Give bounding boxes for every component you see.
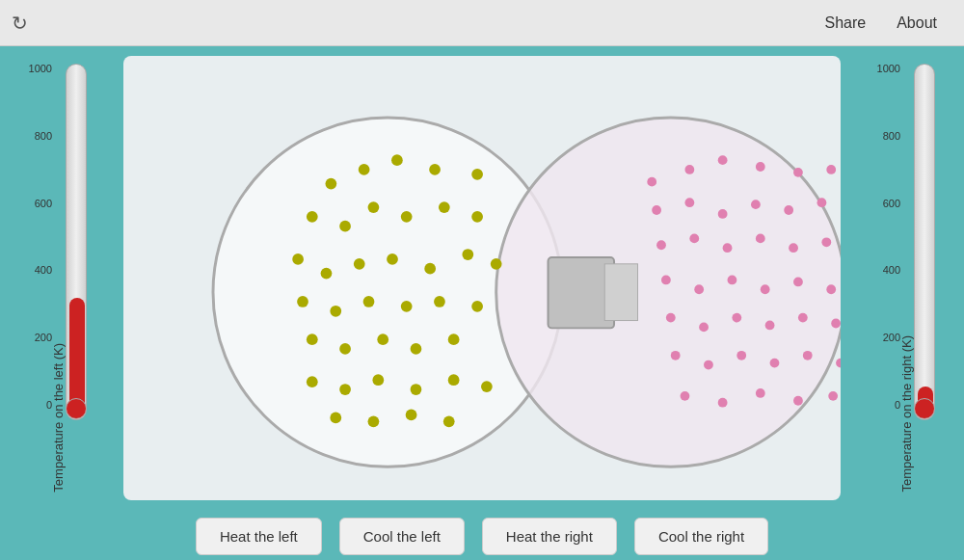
svg-point-38 bbox=[448, 374, 460, 386]
svg-point-28 bbox=[471, 301, 483, 312]
svg-point-19 bbox=[387, 253, 398, 265]
svg-point-73 bbox=[765, 321, 775, 331]
svg-point-61 bbox=[789, 243, 798, 253]
heat-left-button[interactable]: Heat the left bbox=[196, 518, 322, 555]
svg-point-15 bbox=[471, 211, 483, 223]
top-bar: ↻ Share About bbox=[0, 0, 964, 46]
svg-point-33 bbox=[448, 333, 460, 345]
scale-label: 600 bbox=[35, 199, 52, 209]
svg-point-59 bbox=[723, 243, 733, 253]
scale-label: 200 bbox=[35, 333, 52, 343]
svg-point-16 bbox=[292, 253, 304, 265]
about-button[interactable]: About bbox=[881, 0, 952, 46]
svg-point-52 bbox=[718, 209, 728, 219]
svg-point-67 bbox=[761, 284, 770, 294]
svg-point-6 bbox=[359, 164, 370, 175]
svg-point-27 bbox=[434, 296, 445, 307]
svg-point-35 bbox=[339, 384, 351, 395]
svg-point-30 bbox=[339, 343, 351, 355]
svg-point-84 bbox=[756, 388, 765, 398]
svg-point-5 bbox=[325, 178, 336, 190]
right-thermometer-panel: 1000 800 600 400 200 0 Temperature on th… bbox=[848, 56, 964, 500]
svg-point-80 bbox=[803, 351, 813, 360]
svg-point-18 bbox=[354, 258, 365, 270]
svg-point-74 bbox=[798, 313, 808, 323]
svg-point-20 bbox=[424, 263, 436, 275]
svg-point-12 bbox=[368, 201, 380, 213]
svg-point-21 bbox=[462, 249, 473, 260]
svg-point-49 bbox=[826, 165, 836, 174]
svg-point-10 bbox=[307, 211, 318, 223]
svg-point-9 bbox=[471, 169, 483, 180]
main-content: 1000 800 600 400 200 0 Temperature on th… bbox=[0, 46, 964, 510]
left-thermo-container: 1000 800 600 400 200 0 bbox=[29, 64, 87, 335]
right-thermo-bulb bbox=[914, 398, 935, 419]
svg-point-64 bbox=[661, 276, 671, 285]
svg-rect-4 bbox=[604, 264, 637, 321]
svg-point-48 bbox=[793, 168, 803, 177]
svg-point-65 bbox=[694, 284, 704, 294]
svg-point-47 bbox=[756, 162, 765, 172]
svg-point-62 bbox=[821, 237, 831, 247]
svg-point-13 bbox=[401, 211, 413, 223]
scale-label: 1000 bbox=[877, 64, 900, 74]
svg-point-51 bbox=[684, 198, 694, 207]
right-thermo-label: Temperature on the right (K) bbox=[899, 335, 914, 493]
svg-point-82 bbox=[681, 391, 690, 401]
svg-point-22 bbox=[491, 258, 502, 270]
svg-point-54 bbox=[784, 205, 793, 215]
svg-point-55 bbox=[817, 198, 827, 207]
top-right-buttons: Share About bbox=[809, 0, 952, 46]
heat-right-button[interactable]: Heat the right bbox=[482, 518, 617, 555]
button-row: Heat the left Cool the left Heat the rig… bbox=[196, 518, 768, 555]
svg-point-43 bbox=[443, 415, 455, 427]
left-thermo-bulb bbox=[66, 398, 87, 419]
svg-point-31 bbox=[377, 333, 388, 345]
svg-point-53 bbox=[751, 200, 761, 209]
svg-point-34 bbox=[307, 376, 318, 387]
right-thermo-container: 1000 800 600 400 200 0 bbox=[877, 64, 935, 328]
svg-point-69 bbox=[826, 284, 836, 294]
simulation-svg bbox=[123, 56, 841, 500]
scale-label: 600 bbox=[883, 199, 900, 209]
svg-point-79 bbox=[770, 359, 780, 368]
share-button[interactable]: Share bbox=[809, 0, 881, 46]
svg-point-40 bbox=[330, 413, 341, 424]
svg-point-41 bbox=[368, 415, 380, 427]
svg-point-26 bbox=[401, 301, 413, 312]
svg-point-23 bbox=[297, 296, 308, 307]
svg-point-46 bbox=[718, 155, 728, 165]
svg-point-37 bbox=[411, 384, 422, 395]
svg-point-32 bbox=[411, 343, 422, 355]
svg-point-72 bbox=[732, 313, 741, 323]
refresh-icon[interactable]: ↻ bbox=[12, 12, 28, 35]
cool-right-button[interactable]: Cool the right bbox=[634, 518, 768, 555]
svg-point-8 bbox=[429, 164, 441, 175]
scale-label: 400 bbox=[883, 265, 900, 276]
svg-point-45 bbox=[684, 165, 694, 174]
left-thermometer-panel: 1000 800 600 400 200 0 Temperature on th… bbox=[0, 56, 116, 500]
svg-point-17 bbox=[321, 268, 333, 280]
simulation-area bbox=[123, 56, 841, 500]
svg-point-58 bbox=[689, 233, 699, 243]
svg-point-60 bbox=[756, 233, 765, 243]
svg-point-42 bbox=[406, 410, 417, 421]
svg-point-29 bbox=[307, 333, 318, 345]
svg-point-44 bbox=[647, 177, 656, 187]
scale-label: 400 bbox=[35, 265, 52, 276]
svg-point-71 bbox=[699, 323, 709, 333]
svg-point-81 bbox=[836, 359, 841, 368]
left-thermo-label: Temperature on the left (K) bbox=[51, 343, 66, 493]
svg-point-14 bbox=[439, 201, 450, 213]
scale-label: 800 bbox=[35, 131, 52, 142]
svg-point-24 bbox=[330, 306, 341, 317]
svg-point-39 bbox=[481, 381, 493, 392]
svg-point-68 bbox=[793, 278, 803, 287]
svg-point-57 bbox=[656, 240, 666, 250]
left-thermo-fill bbox=[69, 298, 85, 404]
svg-point-78 bbox=[736, 351, 746, 360]
cool-left-button[interactable]: Cool the left bbox=[339, 518, 465, 555]
right-thermo-tube bbox=[914, 64, 935, 420]
bottom-area: Heat the left Cool the left Heat the rig… bbox=[0, 510, 964, 560]
svg-point-77 bbox=[704, 360, 713, 370]
